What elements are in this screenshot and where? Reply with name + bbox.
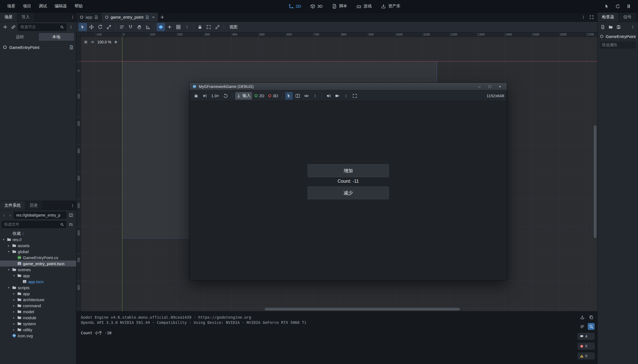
messages-badge[interactable]: 4 [578,333,595,340]
file-tree-item[interactable]: ▸model [0,309,76,315]
grid-toggle-button[interactable] [174,23,182,31]
scene-tab-game-entry-point[interactable]: game_entry_point × [102,13,158,22]
camera-override-icon[interactable] [333,92,341,100]
close-icon[interactable]: × [496,84,504,89]
tree-expand-arrow[interactable]: ▾ [7,286,11,289]
tab-inspector[interactable]: 检查器 [598,13,619,22]
split-view-icon[interactable] [67,212,75,219]
debug-3d-button[interactable]: 3D [267,92,279,100]
file-tree-item[interactable]: ▸assets [0,242,76,248]
decrease-button[interactable]: 减少 [308,187,389,199]
path-field[interactable]: res://global/game_entry_p [14,212,66,219]
menu-scene[interactable]: 场景 [4,2,19,10]
move-tool-button[interactable] [87,23,96,31]
file-tree-item[interactable]: game_entry_point.tscn [0,261,76,267]
collapse-log-icon[interactable] [579,323,586,330]
workspace-3d[interactable]: 3D [310,4,323,9]
add-node-button[interactable] [2,23,9,31]
search-log-icon[interactable] [588,323,595,330]
snap-indicator-icon[interactable] [84,40,88,44]
rotate-tool-button[interactable] [96,23,104,31]
increase-button[interactable]: 增加 [308,164,389,177]
tree-expand-arrow[interactable]: ▸ [12,304,16,307]
pick-cursor-icon[interactable] [603,2,611,10]
inspected-node-row[interactable]: GameEntryPoint... [598,32,638,40]
instance-scene-button[interactable] [10,23,17,31]
tree-expand-arrow[interactable]: ▸ [12,298,16,301]
file-tree-item[interactable]: ▸app [0,291,76,297]
select-tool-button[interactable] [79,23,87,31]
file-tree-item[interactable]: ▾scenes [0,267,76,273]
snap-options-icon[interactable] [183,23,191,31]
canvas-vertical-scrollbar[interactable] [594,125,596,238]
skeleton-options-button[interactable] [213,23,221,31]
scene-tree-root-node[interactable]: GameEntryPoint [0,43,76,51]
next-frame-icon[interactable] [201,92,209,100]
input-mode-button[interactable]: 输入 [235,92,252,100]
file-tree-item[interactable]: ▸utility [0,327,76,333]
tab-scene[interactable]: 场景 [0,13,17,22]
lock-selected-button[interactable] [196,23,204,31]
file-tree-item[interactable]: ▾global [0,248,76,254]
tree-expand-arrow[interactable]: ▸ [12,310,16,313]
file-tree-item[interactable]: GameEntryPoint.cs [0,254,76,261]
pivot-tool-button[interactable] [126,23,135,31]
inspector-menu-icon[interactable] [629,25,636,29]
file-tree-item[interactable]: app.tscn [0,279,76,285]
smart-snap-button[interactable] [157,23,165,31]
file-tree-item[interactable]: ▸command [0,303,76,309]
expand-editor-icon[interactable] [587,13,596,21]
canvas-horizontal-scrollbar[interactable] [265,308,460,310]
workspace-game[interactable]: 游戏 [356,4,372,9]
forward-icon[interactable]: › [8,212,13,218]
scale-tool-button[interactable] [105,23,113,31]
zoom-in-icon[interactable] [113,40,118,45]
scene-dock-menu-icon[interactable] [69,13,76,22]
tree-expand-arrow[interactable]: ▾ [2,238,5,241]
file-tree-item[interactable]: 收藏： [0,230,76,236]
tab-filesystem[interactable]: 文件系统 [0,201,25,210]
tab-signals[interactable]: 信号 [619,13,636,22]
zoom-out-icon[interactable] [90,40,95,45]
restart-icon[interactable] [614,2,622,10]
maximize-icon[interactable]: □ [486,84,494,89]
group-selected-button[interactable] [205,23,213,31]
view-menu-button[interactable]: 视图 [226,25,241,30]
scene-tree-menu-icon[interactable] [67,25,75,29]
filter-properties-input[interactable]: 筛选属性 [600,42,636,49]
tree-expand-arrow[interactable]: ▾ [12,274,16,277]
embed-fullscreen-icon[interactable] [351,92,359,100]
game-window-titlebar[interactable]: MyGFrameworkGame (DEBUG) – □ × [190,83,507,90]
warnings-badge[interactable]: 0 [578,353,595,359]
sort-files-icon[interactable] [67,221,75,228]
menu-editor[interactable]: 编辑器 [51,2,70,10]
local-button[interactable]: 本地 [39,33,74,41]
reset-speed-icon[interactable] [222,92,229,100]
visibility-icon[interactable] [303,92,310,100]
grid-snap-button[interactable] [166,23,174,31]
canvas[interactable]: 100.0 % MyGFrameworkGame (DEBUG) – □ × [81,37,597,311]
filesystem-menu-icon[interactable] [69,201,76,210]
pan-tool-button[interactable] [135,23,143,31]
tree-expand-arrow[interactable]: ▸ [12,316,16,319]
save-resource-icon[interactable] [615,23,622,31]
select-mode-icon[interactable] [285,92,293,100]
file-tree-item[interactable]: icon.svg [0,333,76,339]
zoom-level[interactable]: 100.0 % [97,40,111,44]
file-tree-item[interactable]: ▾scripts [0,285,76,291]
menu-project[interactable]: 项目 [20,2,34,10]
tree-expand-arrow[interactable]: ▾ [7,250,11,253]
workspace-2d[interactable]: 2D [289,4,301,9]
close-tab-icon[interactable]: × [152,15,155,19]
copy-log-icon[interactable] [588,314,595,321]
tab-list-menu-icon[interactable] [579,13,587,21]
file-tree-item[interactable]: ▾app [0,273,76,279]
tree-expand-arrow[interactable]: ▾ [7,268,11,271]
tree-expand-arrow[interactable]: ▸ [12,322,16,325]
filter-files-input[interactable]: 筛选文件 [2,221,66,228]
scene-tab-app[interactable]: app [76,13,102,22]
workspace-script[interactable]: 脚本 [332,4,347,9]
new-resource-icon[interactable] [599,23,606,31]
tree-expand-arrow[interactable]: ▸ [12,328,16,332]
load-resource-icon[interactable] [607,23,614,31]
